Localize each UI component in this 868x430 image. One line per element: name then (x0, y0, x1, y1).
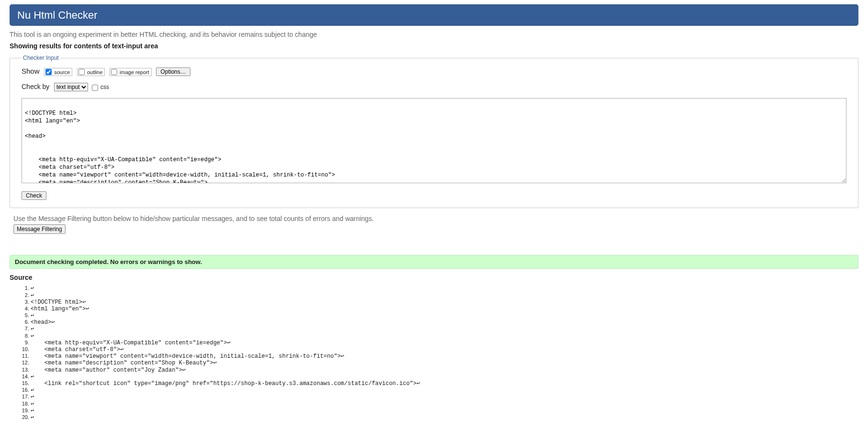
check-by-label: Check by (22, 83, 49, 90)
source-line: <!DOCTYPE html>↩ (31, 299, 858, 306)
check-by-select[interactable]: text input (54, 83, 88, 91)
source-line: <meta name="description" content="Shop K… (31, 360, 858, 366)
check-by-row: Check by text input css (22, 83, 846, 91)
source-line: <meta name="author" content="Joy Zadan">… (31, 367, 858, 374)
page-title: Nu Html Checker (10, 4, 858, 26)
message-filtering-button[interactable]: Message Filtering (13, 224, 66, 234)
source-listing: ↩↩<!DOCTYPE html>↩<html lang="en">↩↩<hea… (10, 285, 858, 421)
source-checkbox[interactable] (45, 69, 52, 75)
source-line: ↩ (31, 414, 858, 421)
filter-hint: Use the Message Filtering button below t… (13, 215, 858, 222)
css-checkbox[interactable] (92, 85, 98, 91)
intro-text: This tool is an ongoing experiment in be… (10, 31, 858, 38)
source-line: ↩ (31, 326, 858, 332)
source-heading: Source (10, 274, 858, 281)
source-option[interactable]: source (44, 68, 72, 77)
image-report-option[interactable]: image report (110, 68, 152, 77)
image-report-checkbox[interactable] (111, 69, 117, 75)
css-option[interactable]: css (92, 84, 109, 90)
source-line: ↩ (31, 374, 858, 380)
source-line: <meta http-equiv="X-UA-Compatible" conte… (31, 340, 858, 346)
results-heading: Showing results for contents of text-inp… (10, 42, 858, 50)
source-line: <meta charset="utf-8">↩ (31, 346, 858, 353)
source-line: <link rel="shortcut icon" type="image/pn… (31, 380, 858, 387)
check-button[interactable]: Check (22, 191, 46, 200)
source-line: ↩ (31, 285, 858, 292)
source-line: ↩ (31, 394, 858, 400)
css-cb-label: css (100, 84, 109, 90)
outline-checkbox[interactable] (78, 69, 85, 75)
source-line: ↩ (31, 408, 858, 414)
source-textarea[interactable] (22, 98, 846, 183)
outline-option[interactable]: outline (77, 68, 105, 77)
show-label: Show (22, 67, 40, 75)
source-line: ↩ (31, 292, 858, 299)
checker-legend: Checker Input (22, 55, 60, 61)
source-line: <meta name="viewport" content="width=dev… (31, 353, 858, 360)
source-line: <html lang="en">↩ (31, 306, 858, 312)
show-row: Show source outline image report Options… (22, 67, 846, 76)
source-line: ↩ (31, 387, 858, 394)
success-banner: Document checking completed. No errors o… (10, 255, 858, 269)
source-cb-label: source (54, 69, 70, 75)
checker-input-fieldset: Checker Input Show source outline image … (10, 55, 858, 208)
source-line: ↩ (31, 401, 858, 408)
image-report-cb-label: image report (120, 69, 149, 75)
source-line: ↩ (31, 312, 858, 319)
source-line: ↩ (31, 333, 858, 340)
source-line: <head>↩ (31, 319, 858, 326)
outline-cb-label: outline (87, 69, 102, 75)
options-button[interactable]: Options… (156, 67, 190, 76)
